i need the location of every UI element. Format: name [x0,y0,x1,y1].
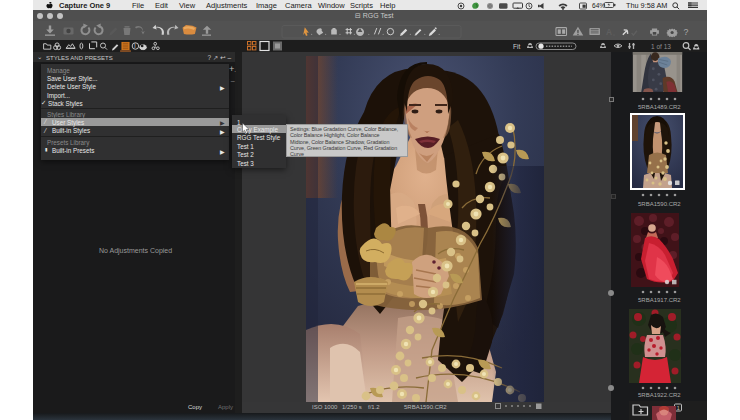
svg-text:A: A [606,27,612,37]
svg-text:i: i [134,42,135,49]
svg-text:Fit: Fit [513,43,520,50]
svg-text:1 of 13: 1 of 13 [651,43,671,50]
svg-text:?: ? [684,27,689,37]
